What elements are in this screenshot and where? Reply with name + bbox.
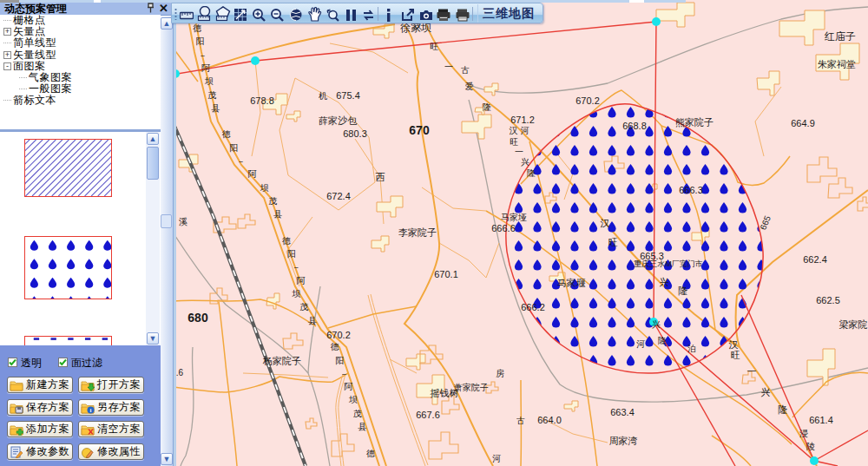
svg-text:马家垭: 马家垭: [501, 213, 527, 222]
svg-text:熊家院子: 熊家院子: [675, 117, 713, 128]
svg-text:古: 古: [516, 416, 525, 425]
svg-text:663.4: 663.4: [610, 407, 635, 417]
svg-text:阿: 阿: [248, 169, 257, 179]
svg-text:667.6: 667.6: [416, 410, 440, 420]
svg-text:萧家院子: 萧家院子: [453, 383, 489, 392]
svg-text:662.4: 662.4: [803, 254, 827, 265]
svg-text:德: 德: [193, 23, 202, 33]
svg-text:机: 机: [319, 91, 327, 101]
svg-text:隆: 隆: [483, 102, 491, 112]
svg-text:茂: 茂: [268, 196, 277, 206]
svg-text:爱: 爱: [465, 82, 474, 91]
svg-text:杨家院子: 杨家院子: [262, 356, 301, 366]
svg-text:汉: 汉: [729, 339, 739, 350]
svg-text:兴: 兴: [521, 157, 529, 167]
svg-text:666.6: 666.6: [491, 223, 516, 233]
svg-text:朱家祠堂: 朱家祠堂: [818, 59, 856, 69]
svg-text:阳: 阳: [229, 143, 238, 153]
svg-text:680.3: 680.3: [343, 128, 367, 139]
svg-text:阳: 阳: [287, 249, 296, 259]
svg-text:旺: 旺: [510, 137, 518, 147]
svg-text:梁家院: 梁家院: [839, 319, 868, 330]
svg-text:坝: 坝: [205, 76, 214, 86]
svg-text:一: 一: [747, 366, 757, 377]
svg-text:664.0: 664.0: [537, 415, 562, 425]
svg-text:666.3: 666.3: [679, 185, 703, 195]
svg-text:666.2: 666.2: [521, 302, 545, 312]
svg-text:670.2: 670.2: [575, 95, 600, 106]
svg-text:李家院子: 李家院子: [398, 227, 437, 238]
svg-text:德: 德: [221, 129, 231, 139]
svg-text:678.8: 678.8: [250, 95, 274, 106]
svg-text:房: 房: [496, 369, 504, 378]
svg-text:隆: 隆: [527, 168, 536, 178]
svg-text:兴: 兴: [761, 387, 771, 397]
svg-text:县: 县: [358, 422, 367, 431]
svg-text:隆: 隆: [779, 404, 788, 415]
svg-text:重庆三水M厂宽门市: 重庆三水M厂宽门市: [634, 259, 703, 268]
svg-text:680: 680: [187, 311, 208, 325]
svg-text:664.9: 664.9: [791, 118, 815, 128]
svg-text:661.4: 661.4: [809, 415, 833, 425]
svg-text:－: －: [292, 262, 300, 272]
svg-text:古: 古: [461, 65, 470, 75]
svg-text:浸: 浸: [799, 429, 808, 438]
svg-text:坝: 坝: [349, 395, 358, 404]
svg-text:茂: 茂: [299, 302, 308, 312]
svg-text:汉: 汉: [601, 218, 610, 228]
svg-text:－: －: [199, 50, 207, 60]
svg-text:－: －: [339, 369, 348, 378]
svg-text:溪: 溪: [179, 217, 187, 226]
svg-text:茂: 茂: [207, 90, 216, 100]
svg-text:668.8: 668.8: [622, 121, 647, 131]
svg-text:河: 河: [636, 339, 645, 349]
svg-text:红庙子: 红庙子: [824, 30, 856, 43]
svg-text:旺: 旺: [430, 42, 438, 51]
svg-text:县: 县: [308, 316, 318, 325]
svg-text:德: 德: [330, 342, 339, 351]
svg-text:－: －: [236, 156, 245, 166]
svg-text:周家湾: 周家湾: [609, 436, 638, 446]
svg-text:隆: 隆: [658, 336, 667, 345]
svg-text:德: 德: [365, 449, 375, 458]
svg-text:薛家沙包: 薛家沙包: [319, 115, 358, 126]
svg-text:671.2: 671.2: [510, 115, 535, 125]
svg-text:西: 西: [376, 172, 385, 182]
svg-text:675.4: 675.4: [336, 90, 360, 101]
svg-text:河: 河: [492, 454, 501, 463]
svg-text:阳: 阳: [195, 36, 204, 46]
svg-text:县: 县: [273, 209, 283, 219]
svg-text:670.1: 670.1: [434, 269, 458, 279]
svg-text:泊: 泊: [687, 344, 696, 353]
svg-text:阿: 阿: [345, 382, 353, 391]
svg-text:670.2: 670.2: [326, 330, 351, 340]
svg-text:隆: 隆: [679, 286, 688, 296]
svg-text:672.4: 672.4: [326, 191, 351, 201]
svg-text:旺: 旺: [608, 237, 618, 247]
svg-text:兴: 兴: [652, 319, 661, 329]
svg-text:德: 德: [281, 236, 291, 246]
svg-text:670: 670: [409, 123, 430, 137]
svg-text:一: 一: [444, 62, 453, 71]
svg-text:汉 河: 汉 河: [510, 126, 529, 135]
svg-text:陵: 陵: [806, 442, 815, 451]
svg-text:阿: 阿: [201, 63, 210, 73]
svg-text:阳: 阳: [335, 356, 344, 365]
svg-text:.6: .6: [176, 368, 184, 377]
svg-text:旺: 旺: [731, 350, 740, 360]
svg-text:马家堰: 马家堰: [557, 278, 586, 288]
svg-text:阿: 阿: [297, 276, 306, 286]
svg-text:i: i: [90, 407, 92, 414]
svg-text:一: 一: [515, 147, 523, 156]
svg-text:茂: 茂: [353, 409, 362, 418]
svg-text:坝: 坝: [292, 289, 300, 299]
svg-text:坝: 坝: [260, 183, 268, 193]
svg-text:县: 县: [211, 103, 220, 113]
svg-text:兴: 兴: [660, 277, 669, 287]
svg-text:662.5: 662.5: [816, 295, 840, 305]
